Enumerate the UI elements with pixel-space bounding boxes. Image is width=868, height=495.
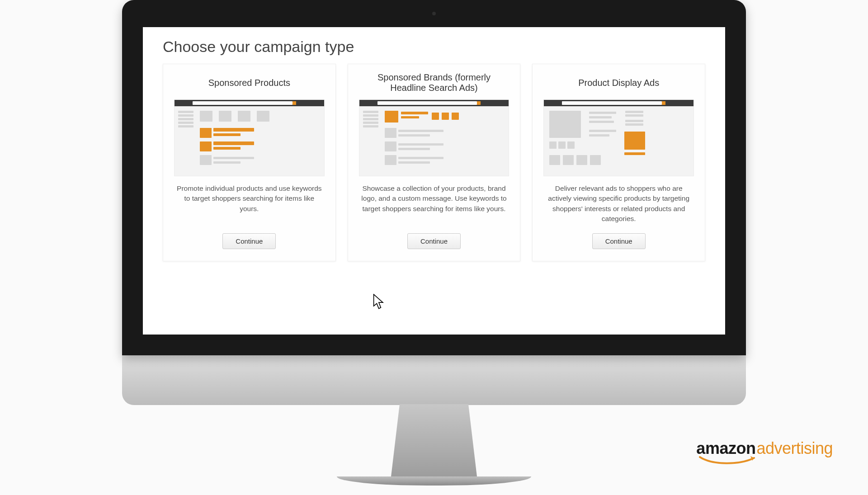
continue-button-sponsored-brands[interactable]: Continue [407, 233, 461, 249]
card-title: Sponsored Brands (formerly Headline Sear… [359, 71, 509, 95]
card-description: Promote individual products and use keyw… [174, 184, 325, 233]
card-product-display-ads[interactable]: Product Display Ads [532, 64, 705, 261]
amazon-advertising-logo: amazon advertising [696, 439, 833, 464]
campaign-type-cards: Sponsored Products [163, 64, 705, 261]
monitor-stand-neck [391, 404, 477, 476]
monitor-bezel: Choose your campaign type Sponsored Prod… [122, 0, 746, 355]
thumb-product-display-ads [543, 99, 694, 176]
continue-button-product-display-ads[interactable]: Continue [592, 233, 646, 249]
desktop-monitor: Choose your campaign type Sponsored Prod… [122, 0, 746, 486]
continue-button-sponsored-products[interactable]: Continue [222, 233, 276, 249]
webcam-icon [414, 12, 454, 15]
thumb-sponsored-products [174, 99, 325, 176]
page-title: Choose your campaign type [163, 38, 705, 56]
brand-text-amazon: amazon [696, 439, 755, 458]
card-description: Deliver relevant ads to shoppers who are… [543, 184, 694, 233]
monitor-stand-foot [337, 476, 531, 486]
card-title: Product Display Ads [578, 71, 659, 95]
card-description: Showcase a collection of your products, … [359, 184, 509, 233]
card-sponsored-products[interactable]: Sponsored Products [163, 64, 336, 261]
monitor-chin [122, 355, 746, 405]
amazon-smile-icon [699, 456, 758, 464]
screen-content: Choose your campaign type Sponsored Prod… [143, 27, 725, 335]
brand-text-advertising: advertising [756, 439, 833, 458]
card-title: Sponsored Products [208, 71, 290, 95]
card-sponsored-brands[interactable]: Sponsored Brands (formerly Headline Sear… [348, 64, 521, 261]
thumb-sponsored-brands [359, 99, 509, 176]
